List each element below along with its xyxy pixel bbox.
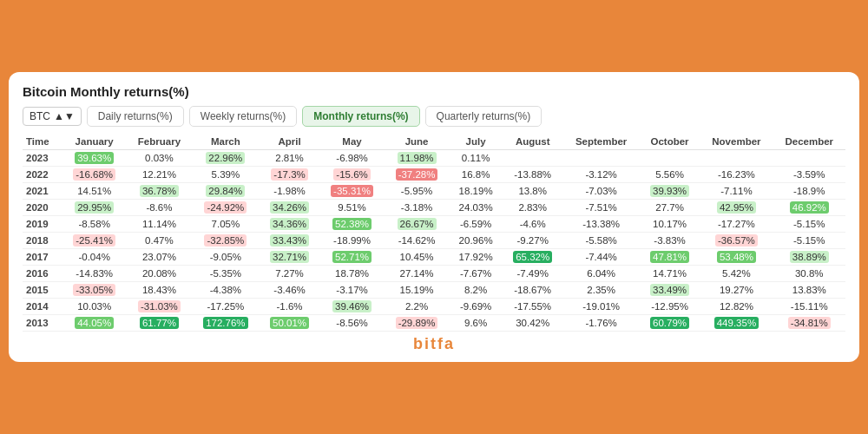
table-row: 2015-33.05%18.43%-4.38%-3.46%-3.17%15.19… [23, 282, 845, 299]
data-cell: -31.03% [127, 299, 192, 315]
col-may: May [319, 134, 385, 150]
data-cell: 24.03% [449, 200, 503, 216]
data-cell: 39.93% [640, 183, 700, 200]
data-cell: -7.11% [700, 183, 773, 200]
table-row: 201410.03%-31.03%-17.25%-1.6%39.46%2.2%-… [23, 299, 845, 315]
data-cell: 9.6% [449, 315, 503, 332]
data-cell: 33.43% [260, 233, 319, 249]
data-cell: 2.83% [503, 200, 562, 216]
data-cell: 39.63% [62, 150, 127, 167]
tab-dailyreturns[interactable]: Daily returns(%) [87, 106, 184, 127]
data-cell: 0.03% [127, 150, 192, 167]
data-cell: -36.57% [700, 233, 773, 249]
col-june: June [385, 134, 450, 150]
data-cell: 22.96% [192, 150, 260, 167]
data-cell: 172.76% [192, 315, 260, 332]
data-cell: -7.44% [562, 249, 639, 266]
data-cell: -8.58% [62, 216, 127, 233]
data-cell [562, 150, 639, 167]
year-cell: 2017 [23, 249, 62, 266]
data-cell: 0.47% [127, 233, 192, 249]
tab-monthlyreturns[interactable]: Monthly returns(%) [302, 106, 419, 127]
data-cell: 9.51% [319, 200, 385, 216]
col-september: September [562, 134, 639, 150]
data-cell: 18.78% [319, 266, 385, 282]
data-cell: 5.42% [700, 266, 773, 282]
year-cell: 2020 [23, 200, 62, 216]
data-cell: 34.36% [260, 216, 319, 233]
data-cell: 449.35% [700, 315, 773, 332]
data-cell: 0.11% [449, 150, 503, 167]
tab-weeklyreturns[interactable]: Weekly returns(%) [189, 106, 297, 127]
data-cell: -3.46% [260, 282, 319, 299]
data-cell: -15.11% [773, 299, 845, 315]
data-cell: -17.3% [260, 167, 319, 183]
data-cell: 27.7% [640, 200, 700, 216]
tab-quarterlyreturns[interactable]: Quarterly returns(%) [425, 106, 542, 127]
table-row: 2019-8.58%11.14%7.05%34.36%52.38%26.67%-… [23, 216, 845, 233]
data-cell: -1.98% [260, 183, 319, 200]
data-cell: 34.26% [260, 200, 319, 216]
data-cell: -9.69% [449, 299, 503, 315]
data-cell [640, 150, 700, 167]
data-cell: -17.27% [700, 216, 773, 233]
col-april: April [260, 134, 319, 150]
data-cell: -7.51% [562, 200, 639, 216]
btc-selector[interactable]: BTC ▲▼ [23, 107, 82, 126]
data-cell: 18.19% [449, 183, 503, 200]
data-cell: -17.55% [503, 299, 562, 315]
data-cell [773, 150, 845, 167]
data-cell: -3.83% [640, 233, 700, 249]
data-cell: -16.23% [700, 167, 773, 183]
data-cell: -7.49% [503, 266, 562, 282]
data-cell: -12.95% [640, 299, 700, 315]
data-cell: 29.95% [62, 200, 127, 216]
data-cell: -9.05% [192, 249, 260, 266]
data-cell: -1.6% [260, 299, 319, 315]
data-cell: 30.8% [773, 266, 845, 282]
data-cell: -13.38% [562, 216, 639, 233]
data-cell: 8.2% [449, 282, 503, 299]
year-cell: 2019 [23, 216, 62, 233]
table-row: 201344.05%61.77%172.76%50.01%-8.56%-29.8… [23, 315, 845, 332]
data-cell: 23.07% [127, 249, 192, 266]
data-cell: 60.79% [640, 315, 700, 332]
col-march: March [192, 134, 260, 150]
data-cell: 14.51% [62, 183, 127, 200]
data-cell: -5.35% [192, 266, 260, 282]
data-cell: 38.89% [773, 249, 845, 266]
data-cell: -3.59% [773, 167, 845, 183]
data-cell [503, 150, 562, 167]
data-cell: 10.03% [62, 299, 127, 315]
data-cell: -6.98% [319, 150, 385, 167]
data-cell [700, 150, 773, 167]
data-cell: -14.62% [385, 233, 450, 249]
data-cell: -14.83% [62, 266, 127, 282]
data-cell: -18.9% [773, 183, 845, 200]
data-cell: 13.8% [503, 183, 562, 200]
data-cell: -5.95% [385, 183, 450, 200]
col-february: February [127, 134, 192, 150]
data-cell: 32.71% [260, 249, 319, 266]
table-row: 2017-0.04%23.07%-9.05%32.71%52.71%10.45%… [23, 249, 845, 266]
col-november: November [700, 134, 773, 150]
data-cell: 36.78% [127, 183, 192, 200]
year-cell: 2022 [23, 167, 62, 183]
data-cell: -13.88% [503, 167, 562, 183]
data-cell: 2.81% [260, 150, 319, 167]
data-cell: -8.6% [127, 200, 192, 216]
data-cell: 15.19% [385, 282, 450, 299]
page-title: Bitcoin Monthly returns(%) [23, 84, 845, 99]
data-cell: -0.04% [62, 249, 127, 266]
data-cell: 18.43% [127, 282, 192, 299]
data-cell: 65.32% [503, 249, 562, 266]
data-cell: -5.15% [773, 233, 845, 249]
table-row: 202114.51%36.78%29.84%-1.98%-35.31%-5.95… [23, 183, 845, 200]
col-july: July [449, 134, 503, 150]
table-body: 202339.63%0.03%22.96%2.81%-6.98%11.98%0.… [23, 150, 845, 332]
data-cell: 7.27% [260, 266, 319, 282]
table-row: 2022-16.68%12.21%5.39%-17.3%-15.6%-37.28… [23, 167, 845, 183]
data-cell: 47.81% [640, 249, 700, 266]
data-cell: 27.14% [385, 266, 450, 282]
data-cell: -3.18% [385, 200, 450, 216]
